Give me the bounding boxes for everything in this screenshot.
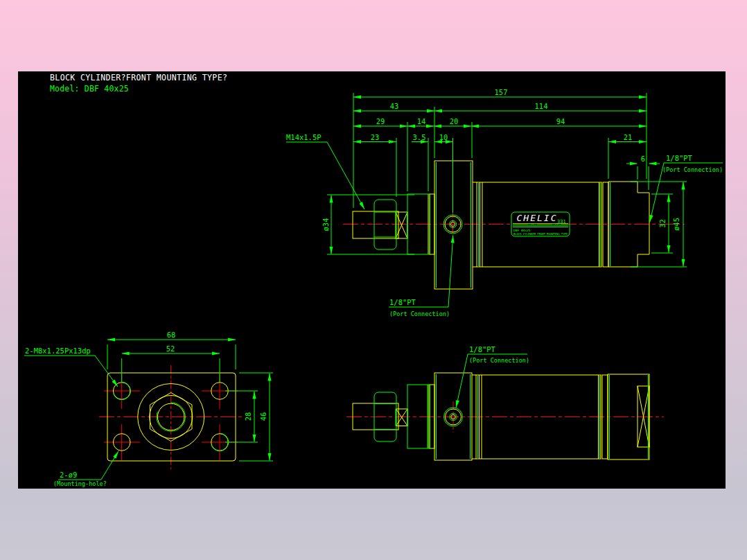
dim-cap-dia: ø45 [672, 218, 680, 231]
port-sublabel: (Port Connection) [662, 166, 723, 173]
mounting-holes-sublabel: (Mounting-hole? [53, 480, 107, 487]
nameplate-line2: BLOCK CYLINDER FRONT MOUNTING TYPE [513, 232, 568, 236]
dim-port-face-width: 32 [658, 219, 667, 228]
dim-front-section: 43 [390, 102, 399, 110]
port-sublabel: (Port Connection) [469, 357, 529, 364]
dim-bolt-spacing-v: 28 [244, 412, 252, 421]
dim-cap-length: 21 [624, 133, 633, 141]
dim-port-offset: 10 [439, 133, 448, 141]
dim-rear-section: 114 [535, 102, 548, 110]
dim-step: 3.5 [413, 133, 426, 141]
dim-rod-extension: 29 [376, 117, 385, 125]
dim-block-width: 20 [450, 117, 459, 125]
dim-overall-length: 157 [495, 88, 508, 96]
dim-collar-dia: ø34 [322, 218, 330, 231]
port-label: 1/8"PT [389, 298, 416, 306]
port-label: 1/8"PT [469, 345, 496, 353]
cad-window: BLOCK CYLINDER?FRONT MOUNTING TYPE? Mode… [0, 0, 747, 560]
dim-body-length: 94 [556, 117, 565, 125]
dim-collar-width: 14 [417, 117, 426, 125]
dim-port-recess: 6 [641, 155, 645, 163]
dim-plate-height: 46 [259, 412, 267, 421]
dim-bolt-spacing-h: 52 [166, 344, 175, 353]
dim-plate-width: 68 [167, 331, 176, 339]
dim-rod-thread-length: 23 [371, 133, 380, 141]
rod-thread-label: M14x1.5P [286, 133, 322, 141]
port-label: 1/8"PT [666, 154, 693, 162]
drawing-model: Model: DBF 40x25 [50, 84, 129, 94]
drawing-title: BLOCK CYLINDER?FRONT MOUNTING TYPE? [50, 73, 227, 82]
mounting-holes-label: 2-ø9 [60, 471, 77, 479]
nameplate-brand: CHELIC [517, 213, 558, 223]
port-sublabel: (Port Connection) [389, 310, 450, 317]
tapped-holes-label: 2-M8x1.25Px13dp [25, 347, 91, 355]
